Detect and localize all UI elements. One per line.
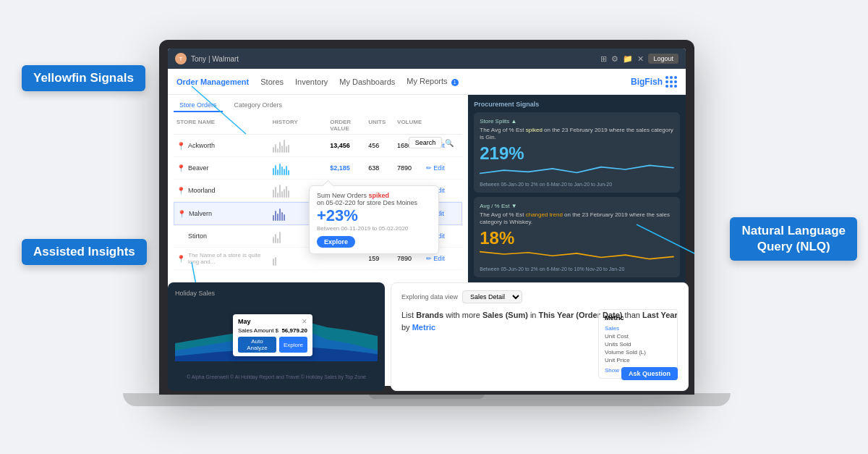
signal-card-2: Avg / % Est ▼ The Avg of % Est changed t… [474, 197, 680, 277]
sparkline-2 [480, 247, 674, 261]
tab-category-orders[interactable]: Category Orders [229, 99, 289, 112]
search-area: Search 🔍 [409, 137, 454, 148]
header-icons: ⊞ ⚙ 📁 ✕ Logout [600, 54, 678, 64]
settings-icon[interactable]: ⚙ [611, 54, 618, 64]
nav-inventory[interactable]: Inventory [295, 77, 328, 86]
tab-store-orders[interactable]: Store Orders [174, 99, 223, 112]
nav-reports[interactable]: My Reports 1 [407, 77, 458, 86]
search-icon[interactable]: 🔍 [445, 139, 454, 147]
sparkline-1 [480, 162, 674, 177]
folder-icon[interactable]: 📁 [623, 54, 633, 64]
grid-icon[interactable]: ⊞ [600, 54, 607, 64]
signal-value-2: 18% [480, 230, 674, 247]
dots-icon [665, 76, 677, 88]
close-icon[interactable]: ✕ [637, 54, 644, 64]
explore-button[interactable]: Explore [317, 236, 355, 248]
reports-badge: 1 [451, 79, 459, 86]
nav-order-management[interactable]: Order Management [176, 77, 249, 86]
logout-button[interactable]: Logout [648, 54, 678, 64]
table-header: Store Name History Order Value Units Vol… [174, 117, 462, 135]
mini-chart [273, 161, 331, 175]
signals-title: Procurement Signals [474, 101, 680, 108]
app-header-left: T Tony | Walmart [175, 53, 239, 64]
explore-chart-button[interactable]: Explore [279, 337, 307, 353]
edit-link[interactable]: ✏ Edit [426, 164, 459, 172]
signal-tooltip: Sum New Orders spiked on 05-02-220 for s… [309, 185, 439, 254]
tooltip-percent: +23% [317, 208, 431, 224]
auto-analyze-button[interactable]: Auto Analyze [238, 337, 276, 353]
nav-dashboards[interactable]: My Dashboards [339, 77, 395, 86]
laptop-base [123, 393, 731, 406]
tabs-row: Store Orders Category Orders [174, 99, 462, 112]
edit-link[interactable]: ✏ Edit [426, 255, 459, 262]
pin-icon: 📍 [176, 187, 185, 195]
app-header: T Tony | Walmart ⊞ ⚙ 📁 ✕ Logout [168, 49, 686, 69]
table-row: 📍 Beaver $2,185 638 7890 ✏ Edit [174, 157, 462, 180]
label-signals: Yellowfin Signals [22, 65, 145, 91]
ask-question-button[interactable]: Ask Question [621, 367, 678, 380]
chart-tooltip-close[interactable]: ✕ [302, 318, 307, 325]
nlq-header: Exploring data view Sales Detail [401, 290, 678, 303]
chart-tooltip: May ✕ Sales Amount $ 56,979.20 Auto Anal… [233, 314, 312, 356]
nav-stores[interactable]: Stores [260, 77, 284, 86]
chart-footer: © Alpha Greenwell © Al Holiday Report an… [175, 374, 378, 379]
tooltip-actions: Explore [317, 236, 431, 248]
nav-bar: Order Management Stores Inventory My Das… [168, 69, 686, 95]
user-label: Tony | Walmart [191, 55, 239, 63]
signal-value-1: 219% [480, 145, 674, 162]
pin-icon: 📍 [176, 255, 185, 263]
pin-icon: 📍 [176, 164, 185, 172]
label-nlq: Natural LanguageQuery (NLQ) [730, 217, 857, 261]
chart-area: May ✕ Sales Amount $ 56,979.20 Auto Anal… [175, 300, 378, 372]
chart-title: Holiday Sales [175, 290, 378, 297]
pin-icon: 📍 [177, 210, 186, 218]
chart-container: Holiday Sales May ✕ Sales Amount $ 56,97… [168, 282, 385, 391]
nlq-data-view-select[interactable]: Sales Detail [462, 290, 522, 303]
pin-icon: 📍 [176, 142, 185, 150]
brand-logo: BigFish [631, 76, 677, 88]
bottom-section: Holiday Sales May ✕ Sales Amount $ 56,97… [168, 282, 689, 391]
tooltip-date: Between 06-11-2019 to 05-02-2020 [317, 225, 431, 232]
user-avatar: T [175, 53, 187, 64]
nlq-panel: Exploring data view Sales Detail List Br… [391, 282, 689, 391]
label-assisted: Assisted Insights [22, 239, 147, 265]
search-button[interactable]: Search [409, 137, 443, 148]
nav-links: Order Management Stores Inventory My Das… [176, 77, 459, 86]
mini-chart [273, 138, 331, 153]
signal-card-1: Store Splits ▲ The Avg of % Est spiked o… [474, 112, 680, 193]
